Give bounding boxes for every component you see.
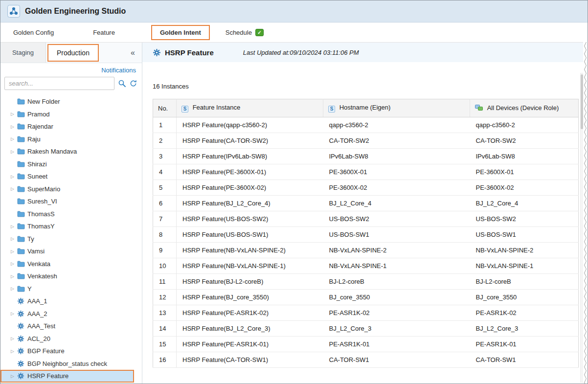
row-number: 1 bbox=[153, 117, 177, 133]
tree-item[interactable]: ▷ bbox=[0, 283, 142, 295]
expand-arrow-icon[interactable]: ▷ bbox=[11, 124, 17, 129]
expand-arrow-icon[interactable]: ▷ bbox=[11, 112, 17, 116]
expand-arrow-icon[interactable]: ▷ bbox=[11, 374, 17, 379]
folder-icon bbox=[17, 173, 26, 180]
collapse-sidebar-icon[interactable]: « bbox=[131, 48, 142, 57]
feature-gear-icon bbox=[17, 360, 26, 367]
folder-icon bbox=[17, 223, 26, 229]
tree-item[interactable]: ▷ bbox=[0, 233, 142, 246]
table-row[interactable]: 6 HSRP Feature(BJ_L2_Core_4) BJ_L2_Core_… bbox=[153, 196, 579, 211]
expand-arrow-icon[interactable]: ▷ bbox=[11, 186, 17, 191]
tree-item-label: New Folder bbox=[27, 98, 60, 105]
tree-item-label: Y bbox=[27, 285, 32, 293]
tree-item-label: AAA_2 bbox=[27, 310, 47, 317]
hostname-cell: NB-VxLAN-SPINE-2 bbox=[323, 243, 470, 258]
row-number: 7 bbox=[153, 211, 177, 227]
tree-item[interactable]: ▷ bbox=[0, 308, 142, 320]
sidebar-tabs: Staging Production « bbox=[0, 43, 142, 63]
table-row[interactable]: 4 HSRP Feature(PE-3600X-01) PE-3600X-01 … bbox=[153, 164, 579, 180]
tree-item[interactable]: ▷ bbox=[0, 333, 142, 345]
expand-arrow-icon[interactable]: ▷ bbox=[11, 236, 17, 241]
tree-item[interactable]: ▷ bbox=[0, 383, 142, 384]
tree-item[interactable]: ▷ bbox=[0, 183, 142, 196]
main-panel: HSRP Feature Last Updated at:09/10/2024 … bbox=[142, 43, 588, 384]
tree-item[interactable]: ▷ bbox=[0, 270, 142, 283]
table-row[interactable]: 3 HSRP Feature(IPv6Lab-SW8) IPv6Lab-SW8 … bbox=[153, 149, 579, 164]
expand-arrow-icon[interactable]: ▷ bbox=[11, 311, 17, 316]
tab-staging[interactable]: Staging bbox=[0, 43, 46, 63]
tree-item[interactable]: ▷ bbox=[0, 370, 134, 383]
tree-item[interactable]: ▷ bbox=[0, 345, 142, 358]
tree-item[interactable]: ▷ bbox=[0, 170, 142, 183]
expand-arrow-icon[interactable]: ▷ bbox=[11, 136, 17, 141]
row-number: 11 bbox=[153, 274, 177, 290]
tree-item[interactable]: ▷ bbox=[0, 120, 142, 133]
notifications-link[interactable]: Notifications bbox=[101, 67, 136, 74]
expand-arrow-icon[interactable]: ▷ bbox=[11, 274, 17, 279]
tree-item[interactable]: ▷ bbox=[0, 158, 142, 171]
search-icon[interactable] bbox=[118, 79, 126, 88]
feature-instance-cell: HSRP Feature(BJ_L2_Core_4) bbox=[177, 196, 323, 211]
row-number: 16 bbox=[153, 352, 177, 368]
folder-icon bbox=[17, 273, 26, 279]
feature-instance-cell: HSRP Feature(US-BOS-SW2) bbox=[177, 211, 323, 227]
tab-golden-intent[interactable]: Golden Intent bbox=[151, 25, 210, 40]
table-row[interactable]: 13 HSRP Feature(PE-ASR1K-02) PE-ASR1K-02… bbox=[153, 305, 579, 321]
table-row[interactable]: 1 HSRP Feature(qapp-c3560-2) qapp-c3560-… bbox=[153, 117, 579, 133]
search-input[interactable] bbox=[4, 77, 114, 90]
tree-item[interactable]: ▷ bbox=[0, 320, 142, 333]
row-number: 2 bbox=[153, 133, 177, 149]
page-title: HSRP Feature bbox=[165, 48, 214, 57]
table-row[interactable]: 16 HSRP Feature(CA-TOR-SW1) CA-TOR-SW1 C… bbox=[153, 352, 579, 368]
tree-item[interactable]: ▷ bbox=[0, 358, 142, 370]
row-number: 15 bbox=[153, 337, 177, 352]
tree-item[interactable]: ▷ bbox=[0, 258, 142, 271]
table-row[interactable]: 11 HSRP Feature(BJ-L2-coreB) BJ-L2-coreB… bbox=[153, 274, 579, 290]
tree-item[interactable]: ▷ bbox=[0, 95, 142, 108]
tree-item[interactable]: ▷ bbox=[0, 195, 142, 208]
expand-arrow-icon[interactable]: ▷ bbox=[11, 349, 17, 354]
expand-arrow-icon[interactable]: ▷ bbox=[11, 149, 17, 154]
table-row[interactable]: 10 HSRP Feature(NB-VxLAN-SPINE-1) NB-VxL… bbox=[153, 258, 579, 274]
hostname-cell: BJ_L2_Core_4 bbox=[323, 196, 470, 211]
expand-arrow-icon[interactable]: ▷ bbox=[11, 336, 17, 341]
table-row[interactable]: 7 HSRP Feature(US-BOS-SW2) US-BOS-SW2 US… bbox=[153, 211, 579, 227]
sidebar-tree: ▷ bbox=[0, 94, 142, 384]
tree-item[interactable]: ▷ bbox=[0, 108, 142, 121]
tab-production[interactable]: Production bbox=[47, 44, 99, 62]
tree-item[interactable]: ▷ bbox=[0, 220, 142, 233]
col-all-devices-label: All Devices (Device Role) bbox=[487, 104, 559, 112]
tree-item-label: ThomasY bbox=[27, 223, 55, 230]
torn-edge-decoration bbox=[583, 42, 588, 384]
table-row[interactable]: 9 HSRP Feature(NB-VxLAN-SPINE-2) NB-VxLA… bbox=[153, 243, 579, 258]
feature-instance-cell: HSRP Feature(IPv6Lab-SW8) bbox=[177, 149, 323, 164]
table-row[interactable]: 5 HSRP Feature(PE-3600X-02) PE-3600X-02 … bbox=[153, 180, 579, 196]
expand-arrow-icon[interactable]: ▷ bbox=[11, 224, 17, 229]
tree-item[interactable]: ▷ bbox=[0, 245, 142, 258]
expand-arrow-icon[interactable]: ▷ bbox=[11, 174, 17, 179]
tree-item[interactable]: ▷ bbox=[0, 145, 142, 158]
col-hostname-label: Hostname (Eigen) bbox=[339, 104, 391, 111]
table-row[interactable]: 8 HSRP Feature(US-BOS-SW1) US-BOS-SW1 US… bbox=[153, 227, 579, 243]
table-row[interactable]: 14 HSRP Feature(BJ_L2_Core_3) BJ_L2_Core… bbox=[153, 321, 579, 337]
row-number: 4 bbox=[153, 164, 177, 180]
tree-item[interactable]: ▷ bbox=[0, 295, 142, 308]
folder-icon bbox=[17, 248, 26, 254]
tab-feature[interactable]: Feature bbox=[87, 25, 121, 40]
hostname-cell: PE-3600X-01 bbox=[323, 164, 470, 180]
tree-item[interactable]: ▷ bbox=[0, 133, 142, 146]
tab-schedule[interactable]: Schedule ✓ bbox=[220, 25, 270, 40]
tree-item-label: Rajendar bbox=[27, 123, 53, 130]
feature-instance-cell: HSRP Feature(qapp-c3560-2) bbox=[177, 117, 323, 133]
folder-icon bbox=[17, 111, 26, 117]
folder-icon bbox=[17, 286, 26, 292]
expand-arrow-icon[interactable]: ▷ bbox=[11, 261, 17, 266]
tree-item[interactable]: ▷ bbox=[0, 208, 142, 221]
table-row[interactable]: 12 HSRP Feature(BJ_core_3550) BJ_core_35… bbox=[153, 290, 579, 305]
table-row[interactable]: 2 HSRP Feature(CA-TOR-SW2) CA-TOR-SW2 CA… bbox=[153, 133, 579, 149]
expand-arrow-icon[interactable]: ▷ bbox=[11, 286, 17, 291]
tab-golden-config[interactable]: Golden Config bbox=[7, 25, 60, 40]
table-row[interactable]: 15 HSRP Feature(PE-ASR1K-01) PE-ASR1K-01… bbox=[153, 337, 579, 352]
expand-arrow-icon[interactable]: ▷ bbox=[11, 249, 17, 254]
refresh-icon[interactable] bbox=[130, 80, 137, 87]
